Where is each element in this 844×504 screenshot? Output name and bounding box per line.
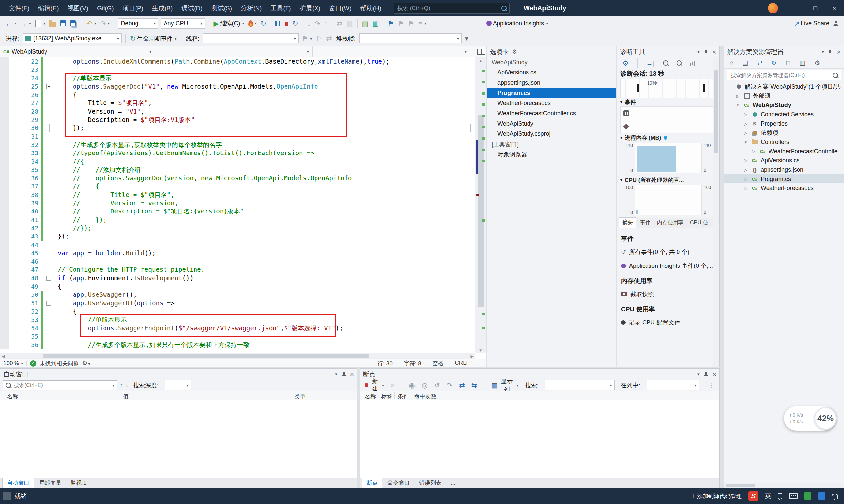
summary-action[interactable]: 记录 CPU 配置文件 xyxy=(617,316,719,329)
bookmark-list-icon[interactable]: ≡▾ xyxy=(416,17,428,29)
timeline-ruler[interactable]: 10秒 xyxy=(620,79,716,98)
fold-margin[interactable] xyxy=(44,307,53,316)
scroll-right-icon[interactable]: ▶ xyxy=(469,354,476,359)
fold-margin[interactable] xyxy=(44,257,53,266)
output-window-icon[interactable]: ▤ xyxy=(360,17,371,29)
scrollbar-thumb[interactable] xyxy=(714,71,718,153)
window-position-icon[interactable]: ▾ xyxy=(822,49,824,54)
code-line[interactable]: 26 { xyxy=(0,91,476,99)
open-tab-item[interactable]: 对象浏览器 xyxy=(487,149,616,159)
breakpoint-margin[interactable] xyxy=(0,341,9,349)
lifecycle-events-button[interactable]: ↻生命周期事件▾ xyxy=(128,33,179,44)
collapse-all-icon[interactable]: ⊟ xyxy=(783,57,793,69)
close-button[interactable]: × xyxy=(825,0,844,16)
fold-margin[interactable] xyxy=(44,341,53,349)
nav-project-dropdown[interactable]: WebApiStudy ▾ xyxy=(0,46,155,57)
menu-item[interactable]: 编辑(E) xyxy=(34,0,63,16)
code-line[interactable]: 56 //生成多个版本显示,如果只有一个版本要和上方保持一致 xyxy=(0,341,476,349)
go-to-source-icon[interactable]: ↷ xyxy=(445,379,455,391)
code-line[interactable]: 49{ xyxy=(0,282,476,290)
eol-indicator[interactable]: CRLF xyxy=(455,360,469,367)
code-line[interactable]: 52 { xyxy=(0,307,476,316)
nav-type-dropdown[interactable]: ▾ xyxy=(155,46,312,57)
expander-collapsed-icon[interactable]: ▷ xyxy=(751,149,757,154)
breakpoint-margin[interactable] xyxy=(0,74,9,82)
pin-icon[interactable] xyxy=(828,49,832,54)
feedback-icon[interactable] xyxy=(831,17,841,29)
application-insights-button[interactable]: Application Insights▾ xyxy=(484,17,550,29)
export-breakpoints-icon[interactable]: ⇆ xyxy=(469,379,479,391)
properties-icon[interactable]: ⚙ xyxy=(812,57,822,69)
panel-tab[interactable]: ... xyxy=(446,478,460,488)
fold-margin[interactable] xyxy=(44,266,53,274)
code-line[interactable]: 33 //typeof(ApiVersions).GetEnumNames().… xyxy=(0,149,476,157)
open-tab-item[interactable]: WebApiStudy xyxy=(487,119,616,129)
tree-item[interactable]: 解决方案"WebApiStudy"(1 个项目/共 xyxy=(724,82,844,91)
keyboard-icon[interactable] xyxy=(789,493,797,499)
code-line[interactable]: 23 xyxy=(0,66,476,74)
panel-tab[interactable]: 断点 xyxy=(362,478,382,488)
code-line[interactable]: 32 //生成多个版本显示,获取枚举类中的每个枚举的名字 xyxy=(0,141,476,149)
zoom-in-icon[interactable] xyxy=(661,57,670,69)
breakpoint-margin[interactable] xyxy=(0,249,9,257)
open-tab-item[interactable]: appsettings.json xyxy=(487,78,616,88)
code-line[interactable]: 42 //}); xyxy=(0,224,476,232)
column-header[interactable]: 标签 xyxy=(381,393,392,400)
vertical-scrollbar[interactable]: ▲ ▼ xyxy=(475,57,486,354)
diagnostics-window-icon[interactable]: ▤ xyxy=(345,17,355,29)
fold-margin[interactable] xyxy=(44,141,53,149)
close-icon[interactable]: × xyxy=(837,48,841,56)
expander-expanded-icon[interactable]: ▾ xyxy=(743,140,749,145)
line-indicator[interactable]: 行: 30 xyxy=(378,360,392,367)
breakpoint-margin[interactable] xyxy=(0,316,9,324)
expander-collapsed-icon[interactable]: ▷ xyxy=(743,167,749,172)
quick-search-input[interactable] xyxy=(397,5,501,12)
menu-item[interactable]: 视图(V) xyxy=(63,0,93,16)
fold-margin[interactable] xyxy=(44,99,53,107)
summary-action[interactable]: 所有事件(0 个, 共 0 个) xyxy=(617,245,719,259)
column-separator[interactable] xyxy=(394,392,395,399)
code-line[interactable]: 48−if (app.Environment.IsDevelopment()) xyxy=(0,274,476,282)
spaces-indicator[interactable]: 空格 xyxy=(433,360,444,367)
solution-explorer-header[interactable]: 解决方案资源管理器 ▾ × xyxy=(724,47,844,57)
breakpoints-grid[interactable] xyxy=(360,400,719,478)
continue-button[interactable]: ▶继续(C)▾ xyxy=(211,17,246,29)
tree-item[interactable]: ▷Connected Services xyxy=(724,110,844,119)
code-line[interactable]: 27 Title = $"项目名", xyxy=(0,99,476,107)
immediate-window-icon[interactable]: ▥ xyxy=(370,17,381,29)
show-all-files-icon[interactable]: ▥ xyxy=(797,57,807,69)
breakpoint-margin[interactable] xyxy=(0,224,9,232)
fold-margin[interactable] xyxy=(44,124,53,132)
fold-margin[interactable] xyxy=(44,182,53,191)
open-tab-item[interactable]: WeatherForecast.cs xyxy=(487,98,616,108)
horizontal-scrollbar[interactable]: ◀ ▶ xyxy=(0,353,476,359)
new-breakpoint-button[interactable]: 新建▾ xyxy=(363,379,386,391)
breakpoint-margin[interactable] xyxy=(0,257,9,266)
open-tab-item[interactable]: ApiVersions.cs xyxy=(487,68,616,78)
panel-tab[interactable]: 错误列表 xyxy=(415,478,446,488)
breakpoint-margin[interactable] xyxy=(0,141,9,149)
microphone-icon[interactable] xyxy=(778,493,782,499)
tree-item[interactable]: ▷依赖项 xyxy=(724,128,844,137)
breakpoint-margin[interactable] xyxy=(0,290,9,299)
fold-margin[interactable] xyxy=(44,232,53,240)
expander-collapsed-icon[interactable]: ▷ xyxy=(743,186,749,191)
menu-item[interactable]: 扩展(X) xyxy=(295,0,325,16)
ime-skin-icon[interactable] xyxy=(818,492,825,500)
menu-item[interactable]: Git(G) xyxy=(93,0,118,16)
fold-margin[interactable] xyxy=(44,107,53,115)
add-to-source-control-button[interactable]: ↑ 添加到源代码管理 xyxy=(692,492,742,500)
scrollbar-thumb[interactable] xyxy=(726,484,755,487)
breakpoint-margin[interactable] xyxy=(0,232,9,240)
save-icon[interactable] xyxy=(58,17,68,29)
toolbar-overflow-icon[interactable]: ▾ xyxy=(463,33,470,44)
expander-collapsed-icon[interactable]: ▷ xyxy=(735,93,741,98)
zoom-out-icon[interactable] xyxy=(674,57,684,69)
code-line[interactable]: 51− app.UseSwaggerUI(options => xyxy=(0,299,476,307)
breakpoint-margin[interactable] xyxy=(0,199,9,207)
fold-margin[interactable] xyxy=(44,207,53,215)
code-line[interactable]: 34 //{ xyxy=(0,158,476,166)
column-header[interactable]: 名称 xyxy=(7,393,18,400)
disable-all-breakpoints-icon[interactable]: ◎ xyxy=(420,379,430,391)
code-cleanup-icon[interactable]: ⚙▾ xyxy=(82,360,90,367)
